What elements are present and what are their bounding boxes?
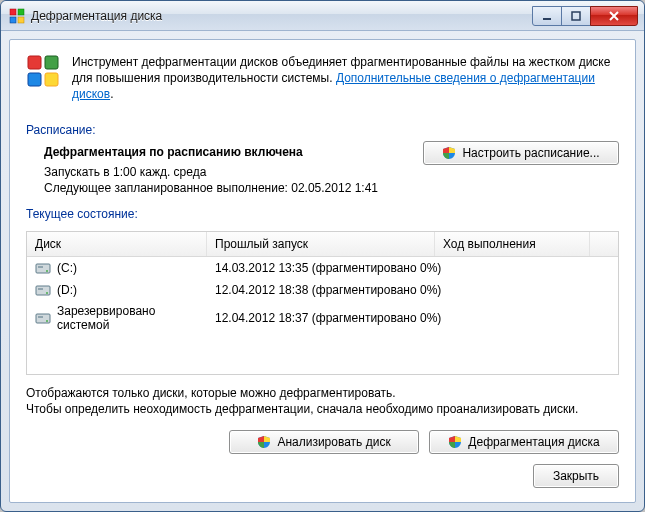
svg-rect-6 <box>28 56 41 69</box>
window-title: Дефрагментация диска <box>31 9 527 23</box>
schedule-run-at: Запускать в 1:00 кажд. среда <box>44 165 411 179</box>
svg-rect-2 <box>10 17 16 23</box>
action-buttons: Анализировать диск Дефрагментация диска <box>26 430 619 454</box>
schedule-section-label: Расписание: <box>26 123 619 137</box>
disk-name: (C:) <box>57 261 77 275</box>
analyze-button[interactable]: Анализировать диск <box>229 430 419 454</box>
intro-block: Инструмент дефрагментации дисков объедин… <box>26 54 619 103</box>
svg-rect-15 <box>38 288 43 290</box>
analyze-label: Анализировать диск <box>277 435 390 449</box>
svg-rect-12 <box>38 266 43 268</box>
svg-rect-8 <box>28 73 41 86</box>
maximize-button[interactable] <box>561 6 591 26</box>
last-run: 14.03.2012 13:35 (фрагментировано 0%) <box>215 261 441 275</box>
table-row[interactable]: Зарезервировано системой 12.04.2012 18:3… <box>27 301 618 335</box>
svg-point-11 <box>46 270 48 272</box>
svg-point-14 <box>46 292 48 294</box>
table-header: Диск Прошлый запуск Ход выполнения <box>27 232 618 257</box>
col-progress-header[interactable]: Ход выполнения <box>435 232 590 256</box>
col-spacer <box>590 232 618 256</box>
svg-rect-3 <box>18 17 24 23</box>
intro-text-suffix: . <box>110 87 113 101</box>
hdd-icon <box>35 260 51 276</box>
defrag-large-icon <box>26 54 60 88</box>
defrag-app-icon <box>9 8 25 24</box>
client-area: Инструмент дефрагментации дисков объедин… <box>9 39 636 503</box>
svg-rect-1 <box>18 9 24 15</box>
col-disk-header[interactable]: Диск <box>27 232 207 256</box>
hdd-icon <box>35 310 51 326</box>
close-row: Закрыть <box>26 464 619 488</box>
disk-name: (D:) <box>57 283 77 297</box>
window-frame: Дефрагментация диска <box>0 0 645 512</box>
svg-point-17 <box>46 320 48 322</box>
configure-schedule-button[interactable]: Настроить расписание... <box>423 141 619 165</box>
svg-rect-5 <box>572 12 580 20</box>
svg-rect-13 <box>36 286 50 295</box>
schedule-next-run: Следующее запланированное выполнение: 02… <box>44 181 411 195</box>
minimize-button[interactable] <box>532 6 562 26</box>
col-last-header[interactable]: Прошлый запуск <box>207 232 435 256</box>
last-run: 12.04.2012 18:38 (фрагментировано 0%) <box>215 283 441 297</box>
close-button[interactable] <box>590 6 638 26</box>
table-body: (C:) 14.03.2012 13:35 (фрагментировано 0… <box>27 257 618 335</box>
svg-rect-4 <box>543 18 551 20</box>
shield-icon <box>448 435 462 449</box>
svg-rect-7 <box>45 56 58 69</box>
hint-line1: Отображаются только диски, которые можно… <box>26 385 619 402</box>
schedule-row: Дефрагментация по расписанию включена За… <box>26 141 619 197</box>
close-dialog-button[interactable]: Закрыть <box>533 464 619 488</box>
disk-table: Диск Прошлый запуск Ход выполнения (C:) … <box>26 231 619 375</box>
schedule-status: Дефрагментация по расписанию включена <box>44 145 411 159</box>
hdd-icon <box>35 282 51 298</box>
current-section-label: Текущее состояние: <box>26 207 619 221</box>
hint-line2: Чтобы определить неоходимость дефрагмент… <box>26 401 619 418</box>
intro-text: Инструмент дефрагментации дисков объедин… <box>72 54 619 103</box>
last-run: 12.04.2012 18:37 (фрагментировано 0%) <box>215 311 441 325</box>
svg-rect-18 <box>38 316 43 318</box>
hint-block: Отображаются только диски, которые можно… <box>26 385 619 419</box>
schedule-info: Дефрагментация по расписанию включена За… <box>26 141 411 197</box>
svg-rect-10 <box>36 264 50 273</box>
close-label: Закрыть <box>553 469 599 483</box>
disk-name: Зарезервировано системой <box>57 304 199 332</box>
defrag-button[interactable]: Дефрагментация диска <box>429 430 619 454</box>
svg-rect-9 <box>45 73 58 86</box>
svg-rect-16 <box>36 314 50 323</box>
shield-icon <box>257 435 271 449</box>
titlebar[interactable]: Дефрагментация диска <box>1 1 644 31</box>
window-controls <box>533 6 638 26</box>
defrag-label: Дефрагментация диска <box>468 435 599 449</box>
table-row[interactable]: (C:) 14.03.2012 13:35 (фрагментировано 0… <box>27 257 618 279</box>
configure-schedule-label: Настроить расписание... <box>462 146 599 160</box>
table-row[interactable]: (D:) 12.04.2012 18:38 (фрагментировано 0… <box>27 279 618 301</box>
svg-rect-0 <box>10 9 16 15</box>
shield-icon <box>442 146 456 160</box>
